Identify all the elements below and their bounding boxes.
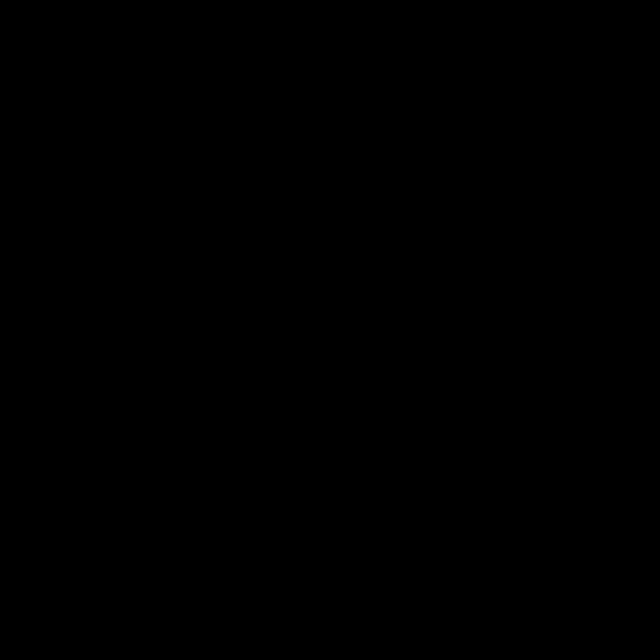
chart-frame bbox=[0, 0, 644, 644]
curve-layer bbox=[27, 27, 617, 617]
plot-area bbox=[27, 27, 617, 617]
